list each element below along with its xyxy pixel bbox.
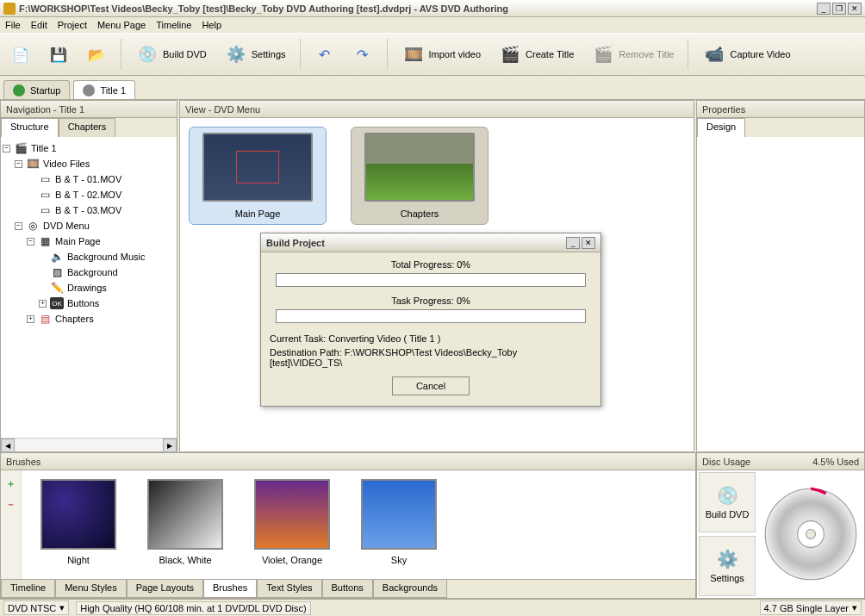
disc-icon: 💿 — [717, 485, 738, 506]
tree-drawings[interactable]: ✏️Drawings — [3, 280, 175, 296]
capture-video-button[interactable]: 📹Capture Video — [695, 39, 797, 70]
tree-buttons[interactable]: +OKButtons — [3, 296, 175, 311]
tree-chapters[interactable]: +▤Chapters — [3, 311, 175, 327]
btab-backgrounds[interactable]: Backgrounds — [373, 580, 447, 598]
collapse-icon[interactable]: − — [15, 160, 22, 168]
swatch-violetorange[interactable]: Violet, Orange — [247, 479, 337, 565]
menu-project[interactable]: Project — [58, 20, 87, 30]
tree-videofiles[interactable]: −🎞️Video Files — [3, 156, 175, 171]
btab-timeline[interactable]: Timeline — [1, 580, 55, 598]
redo-icon: ↷ — [352, 44, 373, 65]
tree-video-item[interactable]: ▭B & T - 03.MOV — [3, 202, 175, 218]
menubar: File Edit Project Menu Page Timeline Hel… — [0, 17, 865, 33]
clip-icon: ▭ — [38, 173, 52, 185]
dialog-minimize-button[interactable]: _ — [566, 237, 580, 249]
dropdown-icon: ▾ — [59, 602, 65, 613]
svg-point-2 — [806, 530, 816, 539]
expand-icon[interactable]: + — [39, 300, 47, 308]
separator — [387, 39, 388, 70]
swatch-sky[interactable]: Sky — [354, 479, 444, 565]
tab-startup[interactable]: Startup — [3, 80, 70, 99]
cancel-button[interactable]: Cancel — [392, 376, 470, 395]
usage-settings-button[interactable]: ⚙️Settings — [699, 536, 756, 596]
collapse-icon[interactable]: − — [15, 222, 22, 230]
tree-video-item[interactable]: ▭B & T - 02.MOV — [3, 187, 175, 202]
thumbnail-chapters[interactable]: Chapters — [351, 127, 489, 225]
nav-tab-structure[interactable]: Structure — [1, 118, 59, 137]
menu-file[interactable]: File — [5, 20, 21, 30]
create-title-button[interactable]: 🎬Create Title — [491, 39, 581, 70]
tree-v1-label: B & T - 01.MOV — [55, 174, 121, 184]
status-capacity[interactable]: 4.7 GB Single Layer▾ — [760, 600, 862, 615]
remove-title-button[interactable]: 🎬Remove Title — [584, 39, 681, 70]
import-video-button[interactable]: 🎞️Import video — [395, 39, 489, 70]
thumbnail-mainpage[interactable]: Main Page — [189, 127, 327, 225]
swatch-night[interactable]: Night — [34, 479, 123, 565]
scroll-track[interactable] — [15, 439, 163, 451]
tree-background[interactable]: ▨Background — [3, 264, 175, 280]
status-format[interactable]: DVD NTSC▾ — [3, 600, 69, 615]
settings-button[interactable]: ⚙️Settings — [217, 39, 293, 70]
usage-build-button[interactable]: 💿Build DVD — [699, 472, 756, 532]
minimize-button[interactable]: _ — [817, 3, 831, 15]
total-progress-bar — [276, 273, 586, 287]
tree-dvdmenu[interactable]: −◎DVD Menu — [3, 218, 175, 233]
navigation-header: Navigation - Title 1 — [1, 101, 177, 118]
tree-chapters-label: Chapters — [55, 314, 94, 324]
expand-icon[interactable]: + — [27, 315, 34, 323]
build-dvd-button[interactable]: 💿Build DVD — [128, 39, 214, 70]
new-button[interactable]: 📄 — [3, 40, 38, 68]
tab-title1[interactable]: Title 1 — [73, 80, 135, 99]
menu-menupage[interactable]: Menu Page — [97, 20, 146, 30]
tab-title1-label: Title 1 — [100, 85, 126, 96]
task-progress-bar — [276, 309, 586, 323]
nav-tabs: Structure Chapters — [1, 118, 177, 137]
dialog-close-button[interactable]: ✕ — [582, 237, 595, 249]
remove-swatch-button[interactable]: － — [3, 496, 18, 512]
status-quality[interactable]: High Quality (HQ 60/108 min. at 1 DVD/DL… — [76, 601, 310, 615]
structure-tree: −🎬Title 1 −🎞️Video Files ▭B & T - 01.MOV… — [1, 137, 177, 438]
status-capacity-label: 4.7 GB Single Layer — [764, 603, 849, 613]
scroll-right-button[interactable]: ▶ — [163, 439, 177, 452]
document-tabs: Startup Title 1 — [0, 76, 865, 100]
current-task-text: Current Task: Converting Video ( Title 1… — [270, 333, 592, 344]
dialog-body: Total Progress: 0% Task Progress: 0% Cur… — [261, 252, 601, 406]
import-video-label: Import video — [429, 49, 482, 59]
tree-title[interactable]: −🎬Title 1 — [3, 140, 175, 156]
tab-startup-label: Startup — [30, 85, 60, 96]
disc-usage-panel: Disc Usage 4.5% Used 💿Build DVD ⚙️Settin… — [696, 452, 865, 599]
close-button[interactable]: ✕ — [848, 3, 862, 15]
btab-pagelayouts[interactable]: Page Layouts — [127, 580, 203, 598]
btab-menustyles[interactable]: Menu Styles — [55, 580, 127, 598]
props-tab-design[interactable]: Design — [697, 118, 745, 137]
scroll-left-button[interactable]: ◀ — [1, 439, 15, 452]
collapse-icon[interactable]: − — [27, 238, 34, 246]
add-swatch-button[interactable]: ＋ — [3, 476, 18, 491]
undo-button[interactable]: ↶ — [308, 40, 342, 68]
save-button[interactable]: 💾 — [41, 40, 76, 68]
btab-buttons[interactable]: Buttons — [322, 580, 373, 598]
redo-button[interactable]: ↷ — [345, 40, 380, 68]
tree-drawings-label: Drawings — [67, 283, 107, 293]
tree-bgmusic[interactable]: 🔈Background Music — [3, 249, 175, 264]
tree-v2-label: B & T - 02.MOV — [55, 190, 121, 200]
menu-edit[interactable]: Edit — [31, 20, 47, 30]
nav-tab-chapters[interactable]: Chapters — [59, 118, 116, 137]
nav-hscrollbar[interactable]: ◀ ▶ — [1, 438, 177, 451]
status-quality-label: High Quality (HQ 60/108 min. at 1 DVD/DL… — [80, 603, 306, 613]
swatch-blackwhite[interactable]: Black, White — [140, 479, 230, 565]
swatch-label: Sky — [391, 555, 407, 565]
dialog-titlebar[interactable]: Build Project _ ✕ — [261, 233, 601, 252]
collapse-icon[interactable]: − — [3, 145, 10, 152]
open-button[interactable]: 📂 — [79, 40, 114, 68]
maximize-button[interactable]: ❐ — [832, 3, 846, 15]
menu-help[interactable]: Help — [202, 20, 221, 30]
tree-video-item[interactable]: ▭B & T - 01.MOV — [3, 171, 175, 187]
app-icon — [3, 3, 16, 15]
tree-mainpage[interactable]: −▦Main Page — [3, 233, 175, 249]
btab-textstyles[interactable]: Text Styles — [257, 580, 321, 598]
btab-brushes[interactable]: Brushes — [203, 580, 257, 598]
capture-video-label: Capture Video — [730, 49, 790, 59]
title-icon — [83, 84, 95, 96]
menu-timeline[interactable]: Timeline — [156, 20, 191, 30]
